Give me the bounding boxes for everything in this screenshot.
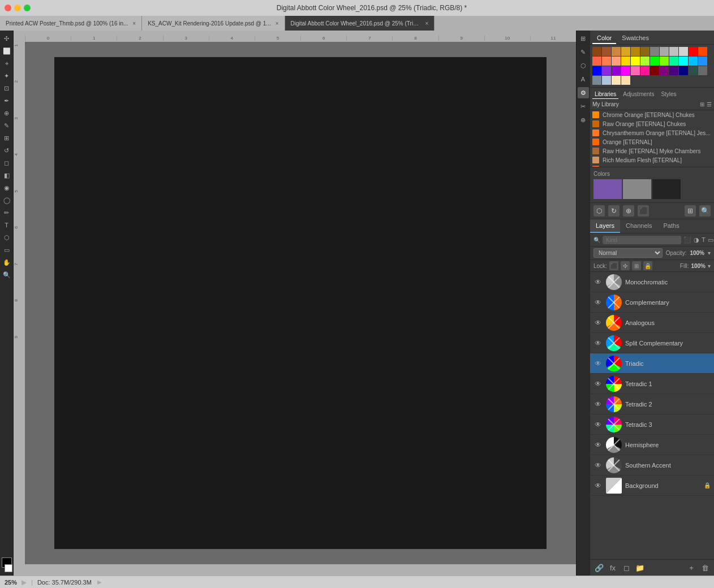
ca-btn-5[interactable]: ⊞ xyxy=(685,205,696,217)
swatch-cell[interactable] xyxy=(679,66,688,75)
swatch-cell[interactable] xyxy=(621,66,630,75)
layer-eye-triadic[interactable]: 👁 xyxy=(593,360,603,368)
swatch-cell[interactable] xyxy=(698,47,707,56)
layer-eye-southern-accent[interactable]: 👁 xyxy=(593,461,603,469)
swatch-cell[interactable] xyxy=(612,57,621,66)
ca-btn-2[interactable]: ↻ xyxy=(608,205,620,217)
lib-tab-styles[interactable]: Styles xyxy=(659,90,678,99)
horizontal-scrollbar[interactable] xyxy=(25,564,576,576)
swatch-cell[interactable] xyxy=(698,57,707,66)
eraser-tool[interactable]: ◻ xyxy=(1,157,12,168)
tool-sidebar-btn-4[interactable]: A xyxy=(578,74,589,85)
swatch-cell[interactable] xyxy=(679,57,688,66)
layers-tab-layers[interactable]: Layers xyxy=(590,219,620,233)
swatch-cell[interactable] xyxy=(640,47,650,56)
tab-3[interactable]: Digital Abbott Color Wheel_2016.psd @ 25… xyxy=(285,16,435,31)
magic-wand-tool[interactable]: ✦ xyxy=(1,70,12,81)
swatch-cell[interactable] xyxy=(650,57,659,66)
swatch-cell[interactable] xyxy=(612,47,621,56)
swatch-cell[interactable] xyxy=(669,66,678,75)
layer-item-tetradic-3[interactable]: 👁 Tetradic 3 xyxy=(590,414,714,435)
close-button[interactable] xyxy=(5,5,11,11)
layers-fx-btn[interactable]: fx xyxy=(607,562,618,573)
blend-mode-select[interactable]: Normal xyxy=(593,248,663,258)
tool-sidebar-btn-2[interactable]: ✎ xyxy=(578,46,589,58)
swatch-cell[interactable] xyxy=(621,57,630,66)
library-item[interactable]: Orange [ETERNAL] xyxy=(590,137,714,146)
swatch-cell[interactable] xyxy=(621,76,630,85)
tool-sidebar-btn-7[interactable]: ⊕ xyxy=(578,114,589,126)
library-list-icon[interactable]: ☰ xyxy=(707,101,712,107)
swatch-cell[interactable] xyxy=(602,47,611,56)
pen-tool[interactable]: ✏ xyxy=(1,207,12,218)
document-canvas[interactable]: ABBOTT COLOR WHEEL Eternal Ink Bringing … xyxy=(25,42,576,564)
layers-search-input[interactable] xyxy=(603,236,681,244)
lock-move-icon[interactable]: ✣ xyxy=(621,261,630,270)
ca-btn-1[interactable]: ⬡ xyxy=(593,205,605,217)
eyedropper-tool[interactable]: ✒ xyxy=(1,95,12,106)
lasso-tool[interactable]: ⌖ xyxy=(1,58,12,69)
layers-tab-channels[interactable]: Channels xyxy=(620,219,657,233)
tab-2-close[interactable]: × xyxy=(276,20,279,27)
layer-eye-tetradic-3[interactable]: 👁 xyxy=(593,421,603,429)
history-tool[interactable]: ↺ xyxy=(1,145,12,156)
layer-item-background[interactable]: 👁 Background 🔒 xyxy=(590,475,714,496)
layers-tab-paths[interactable]: Paths xyxy=(658,219,685,233)
swatch-cell[interactable] xyxy=(689,47,698,56)
hand-tool[interactable]: ✋ xyxy=(1,257,12,268)
panel-tab-swatches[interactable]: Swatches xyxy=(617,33,653,44)
lib-tab-adjustments[interactable]: Adjustments xyxy=(621,90,656,99)
library-item[interactable]: Chrome Orange [ETERNAL] Chukes xyxy=(590,110,714,119)
swatch-cell[interactable] xyxy=(679,47,688,56)
maximize-button[interactable] xyxy=(24,5,31,11)
layers-link-btn[interactable]: 🔗 xyxy=(593,562,605,573)
filter-shape-icon[interactable]: ▭ xyxy=(708,235,713,244)
swatch-cell[interactable] xyxy=(602,76,611,85)
layer-item-southern-accent[interactable]: 👁 Southern Accent xyxy=(590,455,714,475)
swatch-cell[interactable] xyxy=(660,66,669,75)
lock-artboards-icon[interactable]: ⊞ xyxy=(632,261,641,270)
layer-eye-tetradic-2[interactable]: 👁 xyxy=(593,400,603,408)
swatch-cell[interactable] xyxy=(640,66,650,75)
tool-sidebar-btn-6[interactable]: ✂ xyxy=(578,101,589,112)
lock-pixels-icon[interactable]: ⬛ xyxy=(609,261,618,270)
swatch-cell[interactable] xyxy=(602,57,611,66)
move-tool[interactable]: ✣ xyxy=(1,33,12,44)
doc-arrow[interactable]: ▶ xyxy=(97,579,102,585)
layers-new-btn[interactable]: + xyxy=(686,562,697,573)
library-grid-icon[interactable]: ⊞ xyxy=(700,101,704,107)
swatch-cell[interactable] xyxy=(602,66,611,75)
tab-3-close[interactable]: × xyxy=(425,20,429,27)
swatch-cell[interactable] xyxy=(612,76,621,85)
tab-1[interactable]: Printed ACW Poster_Thmb.psd @ 100% (16 i… xyxy=(0,16,142,31)
swatch-cell[interactable] xyxy=(650,47,659,56)
layer-eye-hemisphere[interactable]: 👁 xyxy=(593,441,603,449)
color-square-1[interactable] xyxy=(593,179,622,199)
color-square-3[interactable] xyxy=(652,179,681,199)
swatch-cell[interactable] xyxy=(689,66,698,75)
library-item[interactable]: Rich Medium Flesh [ETERNAL] xyxy=(590,155,714,165)
swatch-cell[interactable] xyxy=(592,66,601,75)
layer-eye-monochromatic[interactable]: 👁 xyxy=(593,278,603,286)
ca-btn-4[interactable]: ⬛ xyxy=(638,205,649,217)
layers-delete-btn[interactable]: 🗑 xyxy=(699,562,711,573)
layer-eye-split-complementary[interactable]: 👁 xyxy=(593,339,603,347)
tab-1-close[interactable]: × xyxy=(132,20,136,27)
swatch-cell[interactable] xyxy=(640,57,650,66)
canvas-area[interactable]: 0 1 2 3 4 5 6 7 8 9 10 11 1 2 3 4 5 xyxy=(14,31,576,576)
heal-tool[interactable]: ⊕ xyxy=(1,107,12,119)
shape-tool[interactable]: ▭ xyxy=(1,244,12,256)
brush-tool[interactable]: ✎ xyxy=(1,120,12,131)
layer-eye-complementary[interactable]: 👁 xyxy=(593,299,603,306)
layer-item-analogous[interactable]: 👁 Analogous xyxy=(590,313,714,333)
library-item[interactable]: California Orange [ETERNAL] Myke Cha... xyxy=(590,165,714,167)
dodge-tool[interactable]: ◯ xyxy=(1,194,12,206)
tab-2[interactable]: KS_ACW_Kit Rendering-2016 Update.psd @ 1… xyxy=(142,16,285,31)
layers-mask-btn[interactable]: ◻ xyxy=(621,562,632,573)
gradient-tool[interactable]: ◧ xyxy=(1,170,12,181)
swatch-cell[interactable] xyxy=(669,57,678,66)
fill-arrow[interactable]: ▾ xyxy=(708,263,711,269)
swatch-cell[interactable] xyxy=(631,47,640,56)
layer-item-split-complementary[interactable]: 👁 Split Complementary xyxy=(590,333,714,353)
lock-all-icon[interactable]: 🔒 xyxy=(643,261,652,270)
